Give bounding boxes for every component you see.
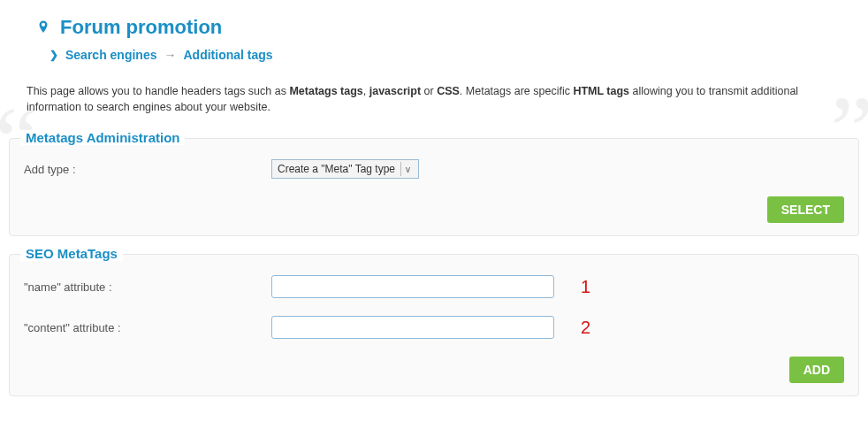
- name-attribute-input[interactable]: [271, 275, 554, 298]
- add-button[interactable]: ADD: [789, 357, 844, 383]
- section-seo-metatags: SEO MetaTags "name" attribute : 1 "conte…: [9, 254, 859, 396]
- annotation-2: 2: [554, 318, 590, 338]
- add-type-label: Add type :: [24, 163, 271, 176]
- intro-text: This page allows you to handle headers t…: [27, 83, 841, 115]
- content-attribute-input[interactable]: [271, 316, 554, 339]
- chevron-right-icon: ❯: [49, 49, 58, 61]
- arrow-right-icon: →: [164, 48, 177, 62]
- pin-icon: [35, 18, 51, 37]
- add-type-select[interactable]: Create a "Meta" Tag type v: [271, 159, 419, 179]
- name-attribute-label: "name" attribute :: [24, 280, 271, 294]
- content-attribute-label: "content" attribute :: [24, 321, 271, 334]
- chevron-down-icon: v: [400, 162, 415, 176]
- page-title: Forum promotion: [60, 16, 222, 39]
- section-metatags-admin: Metatags Administration Add type : Creat…: [9, 138, 859, 236]
- breadcrumb-search-engines[interactable]: Search engines: [65, 48, 157, 62]
- section-title: SEO MetaTags: [20, 246, 123, 261]
- select-value: Create a "Meta" Tag type: [276, 163, 400, 175]
- breadcrumb-additional-tags[interactable]: Additional tags: [184, 48, 273, 62]
- section-title: Metatags Administration: [20, 130, 185, 145]
- breadcrumb: ❯ Search engines → Additional tags: [0, 42, 868, 76]
- annotation-1: 1: [554, 277, 590, 297]
- select-button[interactable]: SELECT: [767, 196, 844, 223]
